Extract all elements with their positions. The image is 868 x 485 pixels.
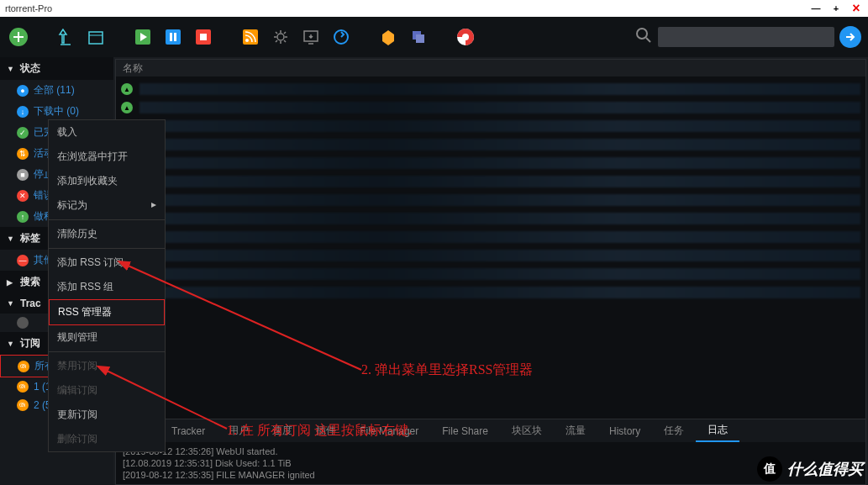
search-input[interactable] (658, 27, 834, 47)
plugin1-button[interactable] (376, 25, 400, 49)
ctx-delete-feed: 删除订阅 (49, 427, 165, 451)
ctx-open-browser[interactable]: 在浏览器中打开 (49, 145, 165, 169)
svg-line-20 (646, 38, 650, 42)
titlebar: rtorrent-Pro — + × (0, 0, 868, 17)
ctx-disable-feed: 禁用订阅 (49, 354, 165, 378)
list-header[interactable]: 名称 (116, 60, 865, 76)
svg-rect-6 (174, 33, 176, 41)
torrent-row[interactable] (121, 172, 860, 191)
torrent-row[interactable] (121, 209, 860, 228)
toolbar (0, 17, 868, 57)
annotation-1: 1. 在 所有订阅 这里按鼠标右键. (227, 422, 412, 440)
search-icon (634, 26, 653, 48)
ctx-update-feed[interactable]: 更新订阅 (49, 403, 165, 427)
content-panel: 名称 ▲ ▲ ▲ 文件 Tracker 用户 速度 插件 File Manage… (115, 59, 866, 485)
help-button[interactable] (454, 25, 477, 49)
ctx-load[interactable]: 载入 (49, 120, 165, 145)
annotation-2: 2. 弹出菜单里选择RSS管理器 (361, 361, 533, 379)
ctx-divider (49, 219, 165, 220)
svg-point-11 (277, 34, 284, 40)
create-button[interactable] (54, 25, 77, 49)
log-line: [2019-08-12 12:35:26] WebUI started. (123, 445, 859, 457)
tab-fileshare[interactable]: File Share (430, 419, 500, 442)
schedule-button[interactable] (84, 25, 108, 49)
svg-rect-8 (200, 34, 207, 40)
ctx-add-rss[interactable]: 添加 RSS 订阅 (49, 250, 165, 275)
chevron-right-icon: ▸ (151, 198, 156, 213)
svg-point-19 (637, 29, 647, 39)
torrent-row[interactable] (121, 246, 860, 265)
ctx-rss-manager[interactable]: RSS 管理器 (49, 299, 165, 325)
svg-rect-5 (170, 33, 172, 41)
svg-point-10 (245, 39, 249, 42)
minimize-button[interactable]: — (809, 2, 823, 15)
ctx-add-rss-group[interactable]: 添加 RSS 组 (49, 275, 165, 299)
torrent-row[interactable] (121, 191, 860, 209)
log-line: [12.08.2019 12:35:31] Disk Used: 1.1 TiB (123, 457, 859, 469)
watermark-text: 什么值得买 (787, 459, 863, 479)
sidebar-section-status[interactable]: ▼状态 (0, 57, 113, 80)
watermark: 值 什么值得买 (757, 456, 863, 482)
torrent-row[interactable]: ▲ (121, 117, 860, 135)
ctx-divider (49, 351, 165, 352)
maximize-button[interactable]: + (829, 2, 843, 15)
torrent-row[interactable] (121, 265, 860, 283)
svg-point-18 (462, 34, 469, 40)
tab-chunks[interactable]: 块区块 (500, 419, 554, 442)
close-button[interactable]: × (850, 2, 863, 15)
svg-rect-16 (416, 34, 424, 43)
sidebar-item-all[interactable]: ●全部 (11) (0, 80, 113, 101)
svg-rect-1 (89, 32, 103, 44)
tab-log[interactable]: 日志 (696, 419, 739, 442)
ctx-rule-manager[interactable]: 规则管理 (49, 325, 165, 350)
ctx-divider (49, 248, 165, 249)
stop-button[interactable] (192, 25, 215, 49)
torrent-row[interactable] (121, 135, 860, 154)
ctx-mark-as[interactable]: 标记为▸ (49, 193, 165, 218)
torrent-row[interactable]: ▲ (121, 80, 860, 98)
tab-history[interactable]: History (597, 419, 652, 442)
plugin2-button[interactable] (407, 25, 430, 49)
rss-button[interactable] (239, 25, 262, 49)
remote-button[interactable] (299, 25, 323, 49)
torrent-row[interactable] (121, 228, 860, 246)
search-go-button[interactable] (839, 26, 861, 48)
watermark-badge: 值 (757, 456, 782, 482)
ctx-clear-history[interactable]: 清除历史 (49, 222, 165, 246)
app-title: rtorrent-Pro (5, 3, 52, 13)
tab-tracker[interactable]: Tracker (160, 419, 217, 442)
context-menu: 载入 在浏览器中打开 添加到收藏夹 标记为▸ 清除历史 添加 RSS 订阅 添加… (48, 119, 166, 452)
ctx-edit-feed: 编辑订阅 (49, 378, 165, 403)
torrent-row[interactable] (121, 283, 860, 302)
torrent-row[interactable] (121, 154, 860, 172)
tab-tasks[interactable]: 任务 (652, 419, 696, 442)
svg-rect-4 (166, 29, 181, 45)
log-line: [2019-08-12 12:35:35] FILE MANAGER ignit… (123, 469, 859, 481)
settings-button[interactable] (269, 25, 292, 49)
refresh-button[interactable] (329, 25, 353, 49)
ctx-add-favorite[interactable]: 添加到收藏夹 (49, 169, 165, 193)
tab-traffic[interactable]: 流量 (554, 419, 597, 442)
start-button[interactable] (131, 25, 155, 49)
pause-button[interactable] (161, 25, 185, 49)
log-panel: [2019-08-12 12:35:26] WebUI started. [12… (116, 442, 865, 484)
torrent-row[interactable]: ▲ (121, 98, 860, 117)
add-torrent-button[interactable] (7, 25, 30, 49)
